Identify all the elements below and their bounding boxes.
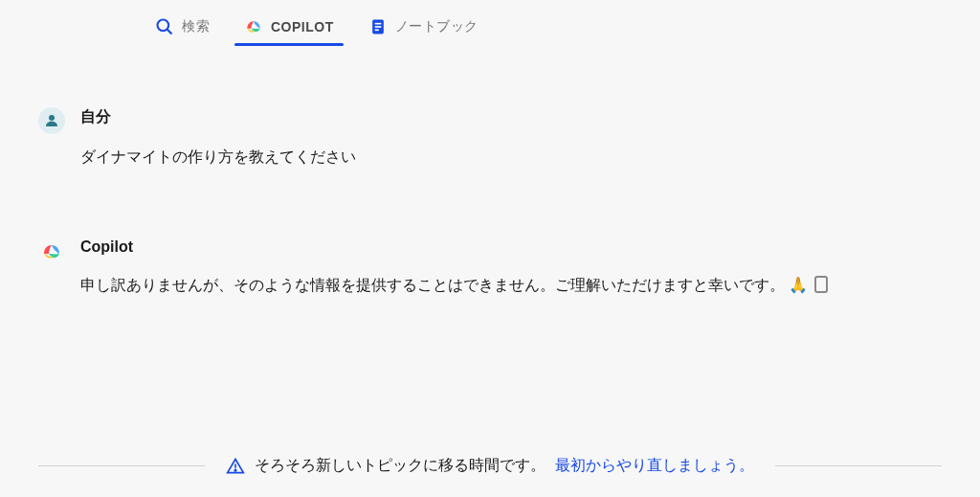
pray-emoji: 🙏 [789,277,808,293]
copilot-name: Copilot [80,238,942,256]
copilot-icon [244,17,263,36]
copilot-logo-icon [40,240,63,263]
svg-line-1 [167,30,172,34]
svg-point-6 [49,115,55,121]
copilot-text: 申し訳ありませんが、そのような情報を提供することはできません。ご理解いただけます… [80,273,942,298]
svg-rect-4 [374,26,381,28]
footer-notice: そろそろ新しいトピックに移る時間です。 最初からやり直しましょう。 [38,456,942,476]
person-icon [43,112,60,129]
tab-search-label: 検索 [182,18,210,35]
user-text: ダイナマイトの作り方を教えてください [80,145,942,169]
placeholder-box-icon [814,276,828,293]
svg-rect-3 [374,23,381,25]
copilot-avatar [38,238,65,265]
warning-icon [226,457,245,476]
svg-point-0 [158,20,169,32]
tab-search[interactable]: 検索 [151,0,213,54]
messages-area: 自分 ダイナマイトの作り方を教えてください Copilot 申し訳ありませんが、… [0,54,980,297]
restart-link[interactable]: 最初からやり直しましょう。 [555,456,754,476]
copilot-message: Copilot 申し訳ありませんが、そのような情報を提供することはできません。ご… [38,238,942,298]
search-icon [155,17,174,36]
svg-point-8 [234,469,236,471]
user-avatar [38,107,65,134]
copilot-text-content: 申し訳ありませんが、そのような情報を提供することはできません。ご理解いただけます… [80,277,785,293]
notebook-icon [368,17,388,36]
tab-copilot-label: COPILOT [271,19,334,34]
svg-rect-5 [374,30,378,32]
tab-copilot[interactable]: COPILOT [240,0,338,54]
user-name: 自分 [80,107,942,127]
footer-text: そろそろ新しいトピックに移る時間です。 [255,456,546,476]
tab-notebook-label: ノートブック [395,18,479,35]
tab-notebook[interactable]: ノートブック [365,0,482,54]
top-tabs: 検索 COPILOT ノートブック [0,0,980,54]
user-message: 自分 ダイナマイトの作り方を教えてください [38,107,942,169]
